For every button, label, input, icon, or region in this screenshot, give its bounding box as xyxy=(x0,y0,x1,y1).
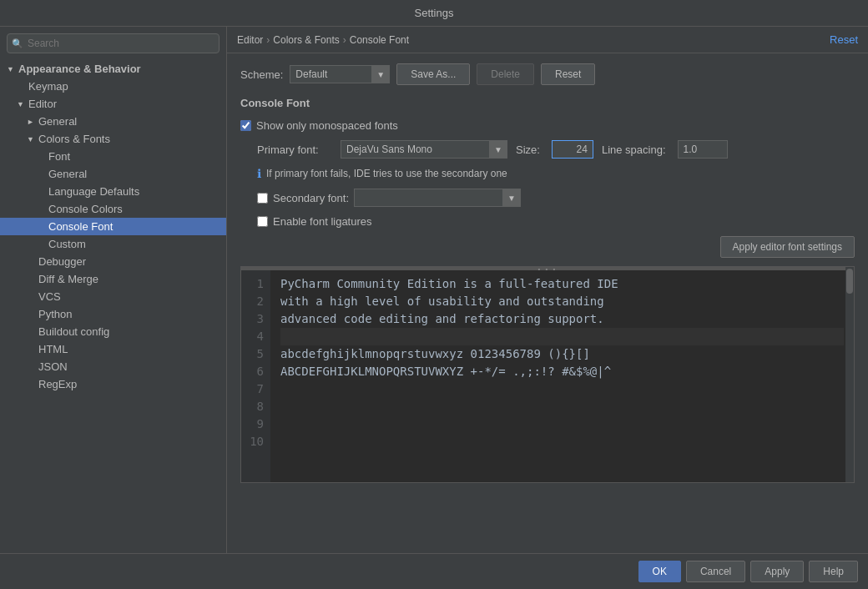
triangle-colors-fonts xyxy=(27,135,35,143)
window-title: Settings xyxy=(415,7,454,19)
sidebar-label-keymap: Keymap xyxy=(28,80,68,93)
sidebar-item-buildout-config[interactable]: Buildout config xyxy=(0,323,226,340)
sidebar-item-keymap[interactable]: Keymap xyxy=(0,78,226,95)
breadcrumb-sep2: › xyxy=(343,34,346,46)
save-as-button[interactable]: Save As... xyxy=(396,63,470,85)
size-label: Size: xyxy=(516,143,540,156)
size-input[interactable] xyxy=(552,140,593,159)
settings-panel: Scheme: Default Darcula High contrast ▼ … xyxy=(227,53,868,553)
scheme-select-wrap: Default Darcula High contrast ▼ xyxy=(290,65,390,83)
show-monospaced-label: Show only monospaced fonts xyxy=(256,119,398,132)
ln8: 8 xyxy=(248,398,264,415)
ln9: 9 xyxy=(248,415,264,433)
preview-content: 1 2 3 4 5 6 7 8 9 10 PyCharm Community E… xyxy=(241,270,854,482)
secondary-font-select-wrap: ▼ xyxy=(354,189,521,207)
show-monospaced-checkbox[interactable] xyxy=(240,120,251,131)
delete-button[interactable]: Delete xyxy=(477,63,534,85)
sidebar-label-console-font: Console Font xyxy=(48,220,113,233)
ligatures-checkbox[interactable] xyxy=(257,216,268,227)
sidebar-item-python[interactable]: Python xyxy=(0,305,226,323)
scrollbar-thumb xyxy=(846,269,853,294)
line-spacing-input[interactable] xyxy=(678,140,728,159)
ligatures-label: Enable font ligatures xyxy=(273,215,372,228)
scheme-select[interactable]: Default Darcula High contrast xyxy=(290,65,390,83)
primary-font-row: Primary font: DejaVu Sans Mono Consolas … xyxy=(240,140,855,159)
sidebar-item-json[interactable]: JSON xyxy=(0,358,226,375)
secondary-font-checkbox[interactable] xyxy=(257,193,268,204)
scheme-label: Scheme: xyxy=(240,68,283,81)
preview-area: • • • 1 2 3 4 5 6 7 8 9 1 xyxy=(240,266,855,483)
sidebar-item-editor[interactable]: Editor xyxy=(0,95,226,113)
sidebar-label-language-defaults: Language Defaults xyxy=(48,185,139,198)
code-line2: with a high level of usability and outst… xyxy=(280,294,604,308)
reset-scheme-button[interactable]: Reset xyxy=(541,63,595,85)
search-input[interactable] xyxy=(7,33,220,53)
breadcrumb-colors-fonts: Colors & Fonts xyxy=(273,34,339,46)
sidebar-label-colors-fonts: Colors & Fonts xyxy=(38,133,110,145)
content-area: 🔍 Appearance & BehaviorKeymapEditorGener… xyxy=(0,27,868,553)
sidebar-item-console-colors[interactable]: Console Colors xyxy=(0,200,226,218)
ok-button[interactable]: OK xyxy=(638,561,681,582)
secondary-font-select[interactable] xyxy=(354,189,521,207)
sidebar-label-diff-merge: Diff & Merge xyxy=(38,273,98,285)
sidebar-item-diff-merge[interactable]: Diff & Merge xyxy=(0,270,226,288)
code-line5: abcdefghijklmnopqrstuvwxyz 0123456789 ()… xyxy=(280,347,590,360)
info-icon: ℹ xyxy=(257,167,261,180)
apply-btn-row: Apply editor font settings xyxy=(240,236,855,258)
sidebar-label-json: JSON xyxy=(38,360,68,373)
show-monospaced-row: Show only monospaced fonts xyxy=(240,119,855,132)
breadcrumb-console-font: Console Font xyxy=(350,34,409,46)
sidebar-label-debugger: Debugger xyxy=(38,255,86,268)
sidebar-label-console-colors: Console Colors xyxy=(48,203,123,215)
ligatures-row: Enable font ligatures xyxy=(240,215,855,228)
title-bar: Settings xyxy=(0,0,868,27)
settings-window: Settings 🔍 Appearance & BehaviorKeymapEd… xyxy=(0,0,868,589)
main-panel: Editor › Colors & Fonts › Console Font R… xyxy=(227,27,868,553)
ln3: 3 xyxy=(248,310,264,328)
sidebar-item-font[interactable]: Font xyxy=(0,148,226,165)
bottom-bar: OK Cancel Apply Help xyxy=(0,553,868,589)
sidebar-item-colors-fonts[interactable]: Colors & Fonts xyxy=(0,130,226,148)
sidebar-item-appearance[interactable]: Appearance & Behavior xyxy=(0,60,226,78)
ln10: 10 xyxy=(248,433,264,451)
sidebar-item-language-defaults[interactable]: Language Defaults xyxy=(0,183,226,200)
sidebar-item-regexp[interactable]: RegExp xyxy=(0,375,226,393)
divider-handle[interactable]: • • • xyxy=(241,267,854,270)
sidebar-item-console-font[interactable]: Console Font xyxy=(0,218,226,235)
sidebar-item-custom[interactable]: Custom xyxy=(0,235,226,253)
sidebar-label-regexp: RegExp xyxy=(38,378,77,390)
sidebar-item-general2[interactable]: General xyxy=(0,165,226,183)
triangle-appearance xyxy=(7,65,15,73)
sidebar-item-vcs[interactable]: VCS xyxy=(0,288,226,305)
ln1: 1 xyxy=(248,275,264,293)
ln7: 7 xyxy=(248,380,264,398)
sidebar-label-appearance: Appearance & Behavior xyxy=(18,63,141,75)
ln6: 6 xyxy=(248,363,264,380)
panel-title: Console Font xyxy=(240,97,855,109)
sidebar-items-container: Appearance & BehaviorKeymapEditorGeneral… xyxy=(0,60,226,393)
preview-scrollbar[interactable] xyxy=(845,267,854,482)
sidebar-label-buildout-config: Buildout config xyxy=(38,325,109,338)
triangle-editor xyxy=(17,100,25,108)
help-button[interactable]: Help xyxy=(809,561,858,582)
apply-editor-font-button[interactable]: Apply editor font settings xyxy=(720,236,855,258)
primary-font-select[interactable]: DejaVu Sans Mono Consolas Courier New Mo… xyxy=(341,140,507,159)
sidebar-label-general: General xyxy=(38,115,77,128)
line-spacing-label: Line spacing: xyxy=(602,143,666,156)
sidebar-item-debugger[interactable]: Debugger xyxy=(0,253,226,270)
sidebar-label-editor: Editor xyxy=(28,98,57,110)
scheme-row: Scheme: Default Darcula High contrast ▼ … xyxy=(240,63,855,85)
cancel-button[interactable]: Cancel xyxy=(686,561,745,582)
sidebar-label-font: Font xyxy=(48,150,70,163)
sidebar-item-html[interactable]: HTML xyxy=(0,340,226,358)
breadcrumb-path: Editor › Colors & Fonts › Console Font xyxy=(237,34,409,46)
primary-font-select-wrap: DejaVu Sans Mono Consolas Courier New Mo… xyxy=(341,140,507,159)
breadcrumb-bar: Editor › Colors & Fonts › Console Font R… xyxy=(227,27,868,53)
sidebar-label-general2: General xyxy=(48,168,87,180)
sidebar-item-general[interactable]: General xyxy=(0,113,226,130)
apply-button[interactable]: Apply xyxy=(750,561,804,582)
ln4: 4 xyxy=(248,328,264,345)
search-icon: 🔍 xyxy=(12,38,23,49)
secondary-font-label: Secondary font: xyxy=(273,192,349,204)
breadcrumb-reset-button[interactable]: Reset xyxy=(830,33,858,46)
